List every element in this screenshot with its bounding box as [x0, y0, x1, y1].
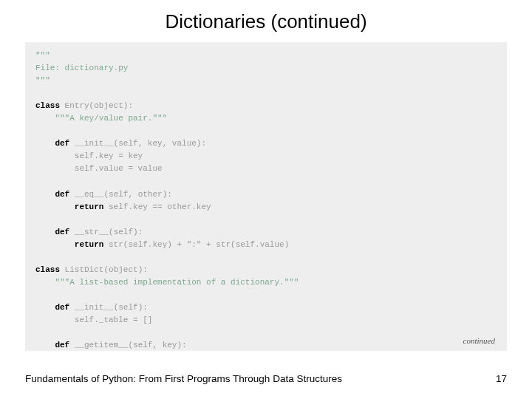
keyword: def: [35, 341, 69, 349]
keyword: def: [35, 190, 69, 199]
code-text: self.key == other.key: [103, 202, 211, 211]
code-text: __init__(self):: [69, 303, 148, 312]
keyword: def: [35, 139, 69, 148]
slide-title: Dictionaries (continued): [0, 0, 532, 42]
code-text: Entry(object):: [60, 101, 133, 110]
code-line: self._table = []: [35, 316, 152, 324]
code-text: __init__(self, key, value):: [69, 139, 206, 148]
code-text: str(self.key) + ":" + str(self.value): [103, 240, 289, 249]
code-text: __eq__(self, other):: [69, 190, 172, 199]
page-number: 17: [496, 373, 507, 384]
code-block: """ File: dictionary.py """ class Entry(…: [25, 42, 507, 351]
code-line: """: [35, 76, 50, 85]
footer-text: Fundamentals of Python: From First Progr…: [25, 373, 342, 384]
keyword: def: [35, 303, 69, 312]
code-line: """: [35, 51, 50, 60]
code-listing: """ File: dictionary.py """ class Entry(…: [35, 50, 497, 352]
code-line: """A key/value pair.""": [35, 114, 167, 123]
keyword: return: [35, 202, 103, 211]
code-line: self.key = key: [35, 151, 143, 160]
keyword: class: [35, 101, 60, 110]
keyword: return: [35, 240, 103, 249]
code-text: __getitem__(self, key):: [69, 341, 186, 349]
code-text: __str__(self):: [69, 228, 143, 236]
code-line: """A list-based implementation of a dict…: [35, 278, 299, 287]
code-line: self.value = value: [35, 164, 163, 173]
keyword: def: [35, 228, 69, 236]
code-line: File: dictionary.py: [35, 64, 128, 72]
continued-label: continued: [463, 336, 495, 345]
keyword: class: [35, 265, 60, 274]
code-text: ListDict(object):: [60, 265, 148, 274]
